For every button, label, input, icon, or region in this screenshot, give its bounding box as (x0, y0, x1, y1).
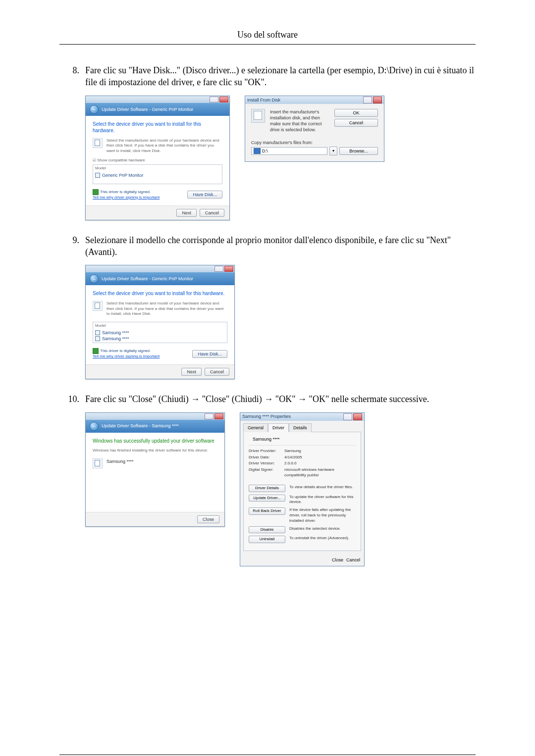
back-icon[interactable]: ← (90, 105, 99, 114)
step-text: Selezionare il modello che corrisponde a… (85, 234, 476, 258)
signing-link[interactable]: Tell me why driver signing is important (93, 354, 160, 358)
update-driver-button[interactable]: Update Driver... (249, 495, 285, 502)
model-item[interactable]: Generic PnP Monitor (95, 172, 220, 178)
cancel-button[interactable]: Cancel (346, 557, 360, 563)
cancel-button[interactable]: Cancel (200, 209, 224, 217)
rollback-driver-desc: If the device fails after updating the d… (289, 507, 356, 523)
step-10: 10. Fare clic su "Close" (Chiudi) → "Clo… (59, 393, 476, 566)
signing-link[interactable]: Tell me why driver signing is important (93, 195, 160, 200)
model-item[interactable]: Samsung **** (95, 336, 225, 342)
window-titlebar (86, 96, 229, 103)
tab-strip: General Driver Details (240, 421, 364, 432)
path-dropdown[interactable]: ▾ (329, 147, 337, 155)
ok-button[interactable]: OK (334, 109, 378, 117)
wizard-heading: Select the device driver you want to ins… (93, 121, 222, 134)
step-number: 8. (59, 64, 85, 220)
date-label: Driver Date: (249, 455, 284, 460)
wizard-heading: Select the device driver you want to ins… (93, 290, 227, 297)
tab-details[interactable]: Details (289, 423, 312, 432)
signer-label: Digital Signer: (249, 467, 284, 478)
minimize-button[interactable] (205, 413, 214, 419)
cancel-button[interactable]: Cancel (334, 119, 378, 127)
driver-details-desc: To view details about the driver files. (289, 485, 356, 490)
next-button[interactable]: Next (176, 209, 197, 217)
help-button[interactable] (343, 413, 352, 420)
copy-from-label: Copy manufacturer's files from: (251, 140, 378, 146)
wizard-breadcrumb: ← Update Driver Software - Samsung **** (86, 420, 224, 433)
success-subtext: Windows has finished installing the driv… (93, 448, 217, 454)
signed-icon (95, 173, 100, 178)
date-value: 4/14/2005 (284, 455, 356, 460)
device-name: Samsung **** (253, 436, 280, 442)
version-value: 2.0.0.0 (284, 461, 356, 466)
model-list[interactable]: Model Samsung **** Samsung **** (93, 322, 227, 343)
step-8: 8. Fare clic su "Have Disk..." (Disco dr… (59, 64, 476, 220)
minimize-button[interactable] (214, 266, 223, 272)
minimize-button[interactable] (210, 97, 218, 102)
wizard-subtext: Select the manufacturer and model of you… (107, 138, 222, 154)
have-disk-button[interactable]: Have Disk... (192, 350, 227, 358)
step-number: 10. (59, 393, 85, 566)
signed-status: This driver is digitally signed.Tell me … (93, 189, 160, 201)
window-titlebar (86, 265, 234, 272)
uninstall-desc: To uninstall the driver (Advanced). (289, 536, 356, 541)
uninstall-button[interactable]: Uninstall (249, 536, 285, 543)
model-column-label: Model (95, 166, 220, 171)
model-name: Generic PnP Monitor (102, 172, 143, 178)
rollback-driver-button[interactable]: Roll Back Driver (249, 507, 285, 515)
window-close-button[interactable] (214, 413, 223, 419)
disable-desc: Disables the selected device. (289, 526, 356, 532)
install-from-disk-dialog: Install From Disk Insert the manufacture… (245, 96, 384, 162)
wizard-subtext: Select the manufacturer and model of you… (107, 301, 227, 317)
wizard-breadcrumb: ← Update Driver Software - Generic PnP M… (86, 272, 234, 285)
model-item[interactable]: Samsung **** (95, 330, 225, 336)
tab-driver[interactable]: Driver (268, 423, 289, 432)
signed-icon (95, 336, 100, 341)
step-text: Fare clic su "Have Disk..." (Disco drive… (85, 64, 476, 89)
model-list[interactable]: Model Generic PnP Monitor (93, 164, 222, 184)
dialog-titlebar: Install From Disk (245, 96, 384, 104)
step-number: 9. (59, 234, 85, 380)
drive-icon (254, 148, 261, 154)
back-icon[interactable]: ← (90, 274, 99, 283)
model-column-label: Model (95, 323, 225, 329)
signed-icon (95, 330, 100, 335)
cancel-button[interactable]: Cancel (205, 368, 229, 376)
provider-value: Samsung (284, 449, 356, 454)
path-input[interactable]: D:\ (251, 147, 327, 155)
provider-label: Driver Provider: (249, 449, 284, 454)
signer-value: microsoft windows hardware compatibility… (284, 467, 356, 478)
model-name: Samsung **** (102, 336, 129, 342)
dialog-close-button[interactable] (353, 413, 362, 420)
close-button[interactable]: Close (332, 557, 343, 563)
monitor-icon (93, 458, 103, 468)
breadcrumb-text: Update Driver Software - Samsung **** (102, 423, 179, 429)
disable-button[interactable]: Disable (249, 526, 285, 534)
breadcrumb-text: Update Driver Software - Generic PnP Mon… (102, 276, 193, 282)
help-button[interactable] (363, 97, 372, 103)
version-label: Driver Version: (249, 461, 284, 466)
driver-details-button[interactable]: Driver Details (249, 485, 285, 492)
back-icon[interactable]: ← (90, 422, 99, 431)
window-close-button[interactable] (219, 97, 228, 102)
next-button[interactable]: Next (181, 368, 202, 376)
model-name: Samsung **** (102, 330, 129, 336)
dialog-titlebar: Samsung **** Properties (240, 413, 364, 421)
update-driver-success: ← Update Driver Software - Samsung **** … (85, 412, 225, 527)
dialog-title: Install From Disk (247, 97, 280, 103)
monitor-icon (93, 301, 103, 311)
tab-general[interactable]: General (243, 423, 268, 432)
step-9: 9. Selezionare il modello che corrispond… (59, 234, 476, 380)
show-compatible-checkbox[interactable]: ☑ Show compatible hardware (93, 158, 222, 163)
shield-icon (93, 189, 99, 195)
dialog-close-button[interactable] (373, 97, 382, 103)
shield-icon (93, 348, 99, 354)
footer-rule (59, 755, 476, 755)
window-close-button[interactable] (224, 266, 233, 272)
device-properties-dialog: Samsung **** Properties General Driver D… (240, 412, 365, 567)
browse-button[interactable]: Browse... (339, 147, 378, 155)
close-button[interactable]: Close (197, 515, 219, 523)
update-driver-wizard: ← Update Driver Software - Generic PnP M… (85, 96, 230, 220)
wizard-breadcrumb: ← Update Driver Software - Generic PnP M… (86, 103, 229, 116)
have-disk-button[interactable]: Have Disk... (187, 191, 222, 199)
